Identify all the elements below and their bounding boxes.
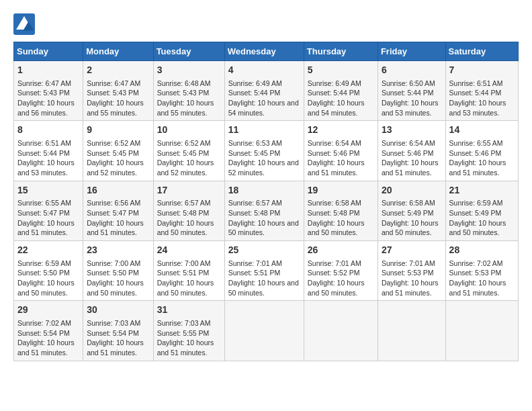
day-number: 14 <box>449 124 515 137</box>
logo <box>13 13 39 35</box>
day-number: 18 <box>228 184 300 197</box>
calendar-cell: 18Sunrise: 6:57 AMSunset: 5:48 PMDayligh… <box>224 181 304 240</box>
day-number: 15 <box>17 184 79 197</box>
calendar-cell <box>445 301 518 361</box>
day-number: 31 <box>157 304 221 317</box>
calendar-cell: 9Sunrise: 6:52 AMSunset: 5:45 PMDaylight… <box>83 121 153 181</box>
logo-icon <box>13 13 35 35</box>
calendar-cell: 23Sunrise: 7:00 AMSunset: 5:50 PMDayligh… <box>83 241 153 301</box>
calendar-week-row: 1Sunrise: 6:47 AMSunset: 5:43 PMDaylight… <box>14 61 519 121</box>
calendar-cell: 27Sunrise: 7:01 AMSunset: 5:53 PMDayligh… <box>378 241 445 301</box>
header-monday: Monday <box>83 42 153 61</box>
calendar-cell: 8Sunrise: 6:51 AMSunset: 5:44 PMDaylight… <box>14 121 83 181</box>
day-number: 6 <box>382 64 442 77</box>
calendar-cell <box>224 301 304 361</box>
calendar-cell: 7Sunrise: 6:51 AMSunset: 5:44 PMDaylight… <box>445 61 518 121</box>
day-number: 27 <box>382 244 442 257</box>
calendar-cell: 20Sunrise: 6:58 AMSunset: 5:49 PMDayligh… <box>378 181 445 240</box>
day-number: 24 <box>157 244 221 257</box>
calendar-cell: 19Sunrise: 6:58 AMSunset: 5:48 PMDayligh… <box>304 181 378 240</box>
calendar-cell: 11Sunrise: 6:53 AMSunset: 5:45 PMDayligh… <box>224 121 304 181</box>
calendar-cell <box>378 301 445 361</box>
day-number: 19 <box>308 184 374 197</box>
calendar-cell: 2Sunrise: 6:47 AMSunset: 5:43 PMDaylight… <box>83 61 153 121</box>
day-number: 9 <box>87 124 149 137</box>
calendar-cell: 15Sunrise: 6:55 AMSunset: 5:47 PMDayligh… <box>14 181 83 240</box>
calendar-cell <box>304 301 378 361</box>
calendar-cell: 16Sunrise: 6:56 AMSunset: 5:47 PMDayligh… <box>83 181 153 240</box>
calendar-cell: 17Sunrise: 6:57 AMSunset: 5:48 PMDayligh… <box>153 181 224 240</box>
day-number: 28 <box>449 244 515 257</box>
day-number: 17 <box>157 184 221 197</box>
calendar-cell: 25Sunrise: 7:01 AMSunset: 5:51 PMDayligh… <box>224 241 304 301</box>
day-number: 1 <box>17 64 79 77</box>
day-number: 4 <box>228 64 300 77</box>
calendar-cell: 28Sunrise: 7:02 AMSunset: 5:53 PMDayligh… <box>445 241 518 301</box>
header-saturday: Saturday <box>445 42 518 61</box>
day-number: 30 <box>87 304 149 317</box>
day-number: 7 <box>449 64 515 77</box>
header-tuesday: Tuesday <box>153 42 224 61</box>
page-header <box>13 13 519 35</box>
header-wednesday: Wednesday <box>224 42 304 61</box>
calendar-week-row: 29Sunrise: 7:02 AMSunset: 5:54 PMDayligh… <box>14 301 519 361</box>
day-number: 2 <box>87 64 149 77</box>
calendar-cell: 31Sunrise: 7:03 AMSunset: 5:55 PMDayligh… <box>153 301 224 361</box>
day-number: 12 <box>308 124 374 137</box>
day-number: 20 <box>382 184 442 197</box>
calendar-cell: 10Sunrise: 6:52 AMSunset: 5:45 PMDayligh… <box>153 121 224 181</box>
calendar-cell: 4Sunrise: 6:49 AMSunset: 5:44 PMDaylight… <box>224 61 304 121</box>
calendar-cell: 29Sunrise: 7:02 AMSunset: 5:54 PMDayligh… <box>14 301 83 361</box>
calendar-cell: 21Sunrise: 6:59 AMSunset: 5:49 PMDayligh… <box>445 181 518 240</box>
calendar-cell: 14Sunrise: 6:55 AMSunset: 5:46 PMDayligh… <box>445 121 518 181</box>
calendar-week-row: 8Sunrise: 6:51 AMSunset: 5:44 PMDaylight… <box>14 121 519 181</box>
calendar-cell: 30Sunrise: 7:03 AMSunset: 5:54 PMDayligh… <box>83 301 153 361</box>
calendar-table: Sunday Monday Tuesday Wednesday Thursday… <box>13 42 519 361</box>
calendar-header-row: Sunday Monday Tuesday Wednesday Thursday… <box>14 42 519 61</box>
calendar-cell: 13Sunrise: 6:54 AMSunset: 5:46 PMDayligh… <box>378 121 445 181</box>
header-friday: Friday <box>378 42 445 61</box>
calendar-cell: 1Sunrise: 6:47 AMSunset: 5:43 PMDaylight… <box>14 61 83 121</box>
calendar-week-row: 15Sunrise: 6:55 AMSunset: 5:47 PMDayligh… <box>14 181 519 240</box>
calendar-cell: 3Sunrise: 6:48 AMSunset: 5:43 PMDaylight… <box>153 61 224 121</box>
day-number: 8 <box>17 124 79 137</box>
day-number: 16 <box>87 184 149 197</box>
calendar-cell: 22Sunrise: 6:59 AMSunset: 5:50 PMDayligh… <box>14 241 83 301</box>
calendar-cell: 12Sunrise: 6:54 AMSunset: 5:46 PMDayligh… <box>304 121 378 181</box>
calendar-cell: 5Sunrise: 6:49 AMSunset: 5:44 PMDaylight… <box>304 61 378 121</box>
calendar-cell: 26Sunrise: 7:01 AMSunset: 5:52 PMDayligh… <box>304 241 378 301</box>
day-number: 13 <box>382 124 442 137</box>
day-number: 26 <box>308 244 374 257</box>
calendar-week-row: 22Sunrise: 6:59 AMSunset: 5:50 PMDayligh… <box>14 241 519 301</box>
day-number: 11 <box>228 124 300 137</box>
day-number: 10 <box>157 124 221 137</box>
day-number: 25 <box>228 244 300 257</box>
day-number: 29 <box>17 304 79 317</box>
calendar-cell: 6Sunrise: 6:50 AMSunset: 5:44 PMDaylight… <box>378 61 445 121</box>
day-number: 3 <box>157 64 221 77</box>
header-thursday: Thursday <box>304 42 378 61</box>
day-number: 22 <box>17 244 79 257</box>
header-sunday: Sunday <box>14 42 83 61</box>
day-number: 23 <box>87 244 149 257</box>
calendar-cell: 24Sunrise: 7:00 AMSunset: 5:51 PMDayligh… <box>153 241 224 301</box>
day-number: 5 <box>308 64 374 77</box>
day-number: 21 <box>449 184 515 197</box>
